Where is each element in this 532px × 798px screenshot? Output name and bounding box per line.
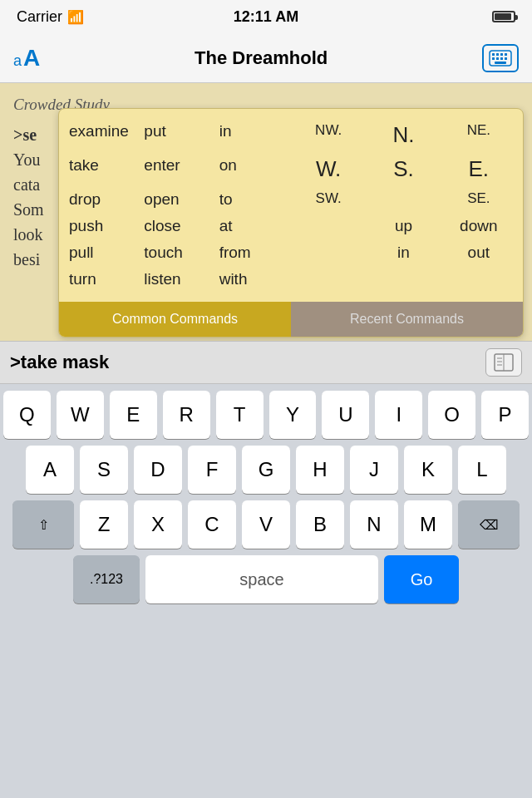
key-x[interactable]: X (134, 500, 182, 549)
cmd-from[interactable]: from (218, 240, 289, 265)
cmd-at[interactable]: at (218, 214, 289, 239)
key-f[interactable]: F (188, 446, 236, 494)
key-s[interactable]: S (80, 446, 128, 494)
cmd-up[interactable]: up (367, 214, 439, 239)
book-icon (494, 353, 514, 372)
cmd-sw[interactable]: SW. (293, 187, 364, 212)
command-popup: examine put in NW. N. NE. take enter on … (58, 108, 524, 337)
svg-rect-8 (505, 57, 507, 60)
go-key[interactable]: Go (384, 555, 459, 603)
cmd-out[interactable]: out (443, 240, 515, 265)
cmd-drop[interactable]: drop (67, 187, 139, 212)
key-h[interactable]: H (296, 446, 344, 494)
key-y[interactable]: Y (269, 391, 317, 439)
keyboard-toggle-button[interactable] (482, 44, 519, 72)
backspace-key[interactable]: ⌫ (458, 500, 520, 549)
key-t[interactable]: T (216, 391, 264, 439)
key-m[interactable]: M (404, 500, 452, 549)
svg-rect-5 (492, 57, 495, 60)
tab-recent-commands[interactable]: Recent Commands (291, 302, 523, 337)
content-area: Crowded Study >se You cata Som look besi… (0, 83, 532, 341)
cmd-listen[interactable]: listen (142, 267, 214, 292)
command-input-display[interactable]: >take mask (10, 352, 479, 373)
cmd-pull[interactable]: pull (67, 240, 139, 265)
cmd-empty5 (367, 267, 439, 292)
key-n[interactable]: N (350, 500, 398, 549)
key-q[interactable]: Q (3, 391, 51, 439)
cmd-se[interactable]: SE. (443, 187, 515, 212)
space-key[interactable]: space (145, 555, 378, 603)
status-bar: Carrier 📶 12:11 AM (0, 0, 532, 33)
cmd-open[interactable]: open (142, 187, 214, 212)
cmd-w[interactable]: W. (293, 153, 364, 185)
key-w[interactable]: W (57, 391, 104, 439)
cmd-close[interactable]: close (142, 214, 214, 239)
key-u[interactable]: U (322, 391, 369, 439)
cmd-with[interactable]: with (218, 267, 289, 292)
cmd-s[interactable]: S. (367, 153, 439, 185)
cmd-empty3 (293, 240, 364, 265)
tab-common-commands[interactable]: Common Commands (59, 302, 291, 337)
cmd-e[interactable]: E. (443, 153, 515, 185)
key-i[interactable]: I (375, 391, 422, 439)
key-j[interactable]: J (350, 446, 398, 494)
keyboard: Q W E R T Y U I O P A S D F G H J K L ⇧ … (0, 384, 532, 613)
input-bar: >take mask (0, 341, 532, 384)
cmd-touch[interactable]: touch (142, 240, 214, 265)
key-r[interactable]: R (163, 391, 210, 439)
command-grid: examine put in NW. N. NE. take enter on … (59, 109, 523, 302)
cmd-in-dir[interactable]: in (367, 240, 439, 265)
cmd-nw[interactable]: NW. (293, 119, 364, 151)
cmd-down[interactable]: down (443, 214, 515, 239)
svg-rect-2 (496, 53, 499, 56)
cmd-examine[interactable]: examine (67, 119, 139, 151)
cmd-to[interactable]: to (218, 187, 289, 212)
wifi-icon: 📶 (67, 9, 84, 25)
font-toggle-button[interactable]: aA (13, 45, 40, 71)
svg-rect-6 (496, 57, 499, 60)
key-e[interactable]: E (110, 391, 157, 439)
key-d[interactable]: D (134, 446, 182, 494)
font-large-a: A (23, 45, 40, 71)
cmd-empty2 (293, 214, 364, 239)
page-title: The Dreamhold (195, 47, 328, 69)
key-c[interactable]: C (188, 500, 236, 549)
carrier-label: Carrier 📶 (17, 8, 84, 26)
keyboard-row-2: A S D F G H J K L (3, 446, 529, 494)
key-v[interactable]: V (242, 500, 290, 549)
dictionary-button[interactable] (485, 348, 522, 377)
status-time: 12:11 AM (234, 8, 298, 26)
cmd-ne[interactable]: NE. (443, 119, 515, 151)
svg-rect-3 (500, 53, 503, 56)
key-b[interactable]: B (296, 500, 344, 549)
cmd-on[interactable]: on (218, 153, 289, 185)
cmd-empty1 (367, 187, 439, 212)
key-p[interactable]: P (481, 391, 529, 439)
command-tabs: Common Commands Recent Commands (59, 302, 523, 337)
font-small-a: a (13, 52, 22, 70)
keyboard-row-4: .?123 space Go (3, 555, 529, 603)
cmd-n[interactable]: N. (367, 119, 439, 151)
keyboard-row-3: ⇧ Z X C V B N M ⌫ (3, 500, 529, 549)
numbers-key[interactable]: .?123 (73, 555, 140, 603)
cmd-enter[interactable]: enter (142, 153, 214, 185)
cmd-put[interactable]: put (142, 119, 214, 151)
keyboard-icon (489, 50, 512, 66)
cmd-push[interactable]: push (67, 214, 139, 239)
shift-key[interactable]: ⇧ (12, 500, 74, 549)
key-a[interactable]: A (26, 446, 74, 494)
key-g[interactable]: G (242, 446, 290, 494)
svg-rect-7 (500, 57, 503, 60)
cmd-turn[interactable]: turn (67, 267, 139, 292)
cmd-take[interactable]: take (67, 153, 139, 185)
status-right (492, 11, 515, 22)
key-l[interactable]: L (458, 446, 506, 494)
key-z[interactable]: Z (80, 500, 128, 549)
key-o[interactable]: O (428, 391, 475, 439)
cmd-empty4 (293, 267, 364, 292)
svg-rect-9 (495, 62, 506, 64)
cmd-in[interactable]: in (218, 119, 289, 151)
key-k[interactable]: K (404, 446, 452, 494)
svg-rect-1 (492, 53, 495, 56)
keyboard-row-1: Q W E R T Y U I O P (3, 391, 529, 439)
